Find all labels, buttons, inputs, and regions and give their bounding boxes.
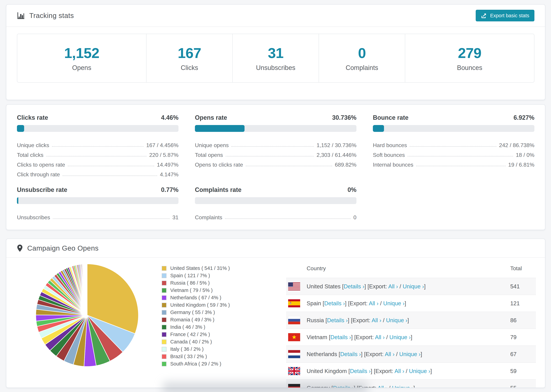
geo-country-table: Country Total United States [Details ›] … [286, 263, 536, 388]
geo-card-header: Campaign Geo Opens [6, 239, 545, 258]
separator-text: / [379, 300, 383, 307]
rate-detail-row: Opens to clicks rate689.82% [195, 158, 356, 168]
details-link[interactable]: Details › [340, 351, 361, 357]
stat-value: 1,152 [64, 45, 99, 61]
country-name: United Kingdom [ [307, 368, 350, 374]
total-column-header: Total [510, 265, 536, 272]
rate-panel-clicks-rate: Clicks rate4.46%Unique clicks167 / 4.456… [17, 114, 178, 178]
rate-detail-label: Total clicks [17, 152, 43, 158]
dotted-leader [226, 156, 314, 156]
legend-item-south-africa: South Africa ( 29 / 2% ) [162, 360, 230, 368]
rate-detail-label: Unsubscribes [17, 214, 50, 221]
legend-label: Spain ( 121 / 7% ) [170, 273, 210, 279]
table-row-us: United States [Details ›] [Export: All ›… [286, 278, 536, 295]
export-all-link[interactable]: All › [395, 368, 404, 374]
geo-table-rows: United States [Details ›] [Export: All ›… [286, 278, 536, 388]
rate-detail-label: Total opens [195, 152, 223, 158]
export-all-link[interactable]: All › [369, 300, 379, 307]
legend-item-germany: Germany ( 55 / 3% ) [162, 309, 230, 316]
stat-value: 31 [268, 45, 283, 61]
gb-flag-icon [288, 367, 300, 375]
legend-item-united-kingdom: United Kingdom ( 59 / 3% ) [162, 301, 230, 309]
legend-item-brazil: Brazil ( 33 / 2% ) [162, 353, 230, 360]
legend-item-united-states: United States ( 541 / 31% ) [162, 265, 230, 272]
export-unique-link[interactable]: Unique › [389, 334, 411, 340]
details-link[interactable]: Details › [350, 368, 371, 374]
legend-label: Netherlands ( 67 / 4% ) [170, 295, 221, 301]
country-name: Spain [ [307, 300, 324, 307]
dotted-leader [231, 146, 314, 147]
export-unique-link[interactable]: Unique › [386, 317, 407, 323]
rates-grid: Clicks rate4.46%Unique clicks167 / 4.456… [6, 105, 545, 230]
rate-detail-value: 220 / 5.87% [149, 152, 178, 158]
panel-title: Bounce rate [373, 114, 409, 121]
pie-slice[interactable] [87, 264, 87, 315]
table-row-es: Spain [Details ›] [Export: All › / Uniqu… [286, 295, 536, 312]
legend-swatch [162, 339, 167, 344]
export-all-link[interactable]: All › [388, 283, 398, 290]
table-row-nl: Netherlands [Details ›] [Export: All › /… [286, 345, 536, 362]
bracket-text: ] [421, 351, 422, 357]
legend-swatch [162, 288, 167, 293]
legend-swatch [162, 281, 167, 286]
bracket-text: ] [430, 368, 432, 374]
details-link[interactable]: Details › [330, 334, 351, 340]
export-all-link[interactable]: All › [375, 334, 385, 340]
export-unique-link[interactable]: Unique › [392, 385, 413, 388]
separator-text: / [404, 368, 409, 374]
details-link[interactable]: Details › [344, 283, 364, 290]
legend-swatch [162, 332, 167, 337]
total-cell: 59 [510, 368, 536, 374]
separator-text: / [381, 317, 386, 323]
export-unique-link[interactable]: Unique › [383, 300, 405, 307]
bracket-text: ] [411, 334, 412, 340]
stat-cell-bounces: 279Bounces [405, 34, 534, 82]
details-link[interactable]: Details › [327, 317, 348, 323]
stat-value: 0 [358, 45, 366, 61]
total-cell: 55 [510, 385, 536, 388]
rate-detail-value: 242 / 86.738% [499, 142, 534, 148]
panel-value: 0% [347, 186, 356, 193]
legend-label: South Africa ( 29 / 2% ) [170, 361, 221, 367]
rate-detail-value: 19 / 6.81% [508, 162, 534, 168]
progress-bar [195, 125, 356, 132]
export-all-link[interactable]: All › [372, 317, 381, 323]
export-basic-stats-button[interactable]: Export basic stats [476, 10, 534, 21]
dotted-leader [63, 175, 157, 176]
rate-detail-label: Click through rate [17, 171, 60, 178]
rate-detail-label: Clicks to opens rate [17, 162, 65, 168]
bar-chart-icon [17, 12, 25, 20]
progress-bar-fill [195, 125, 245, 132]
rate-detail-row: Soft bounces18 / 0% [373, 148, 534, 158]
geo-body: United States ( 541 / 31% )Spain ( 121 /… [6, 258, 545, 388]
export-all-link[interactable]: All › [385, 351, 395, 357]
export-all-link[interactable]: All › [377, 385, 387, 388]
legend-item-romania: Romania ( 49 / 3% ) [162, 316, 230, 323]
legend-item-france: France ( 42 / 2% ) [162, 331, 230, 338]
table-row-ru: Russia [Details ›] [Export: All › / Uniq… [286, 312, 536, 329]
bracket-text: ] [413, 385, 415, 388]
stat-cell-opens: 1,152Opens [17, 34, 146, 82]
bracket-text: ] [Export: [345, 300, 369, 307]
separator-text: / [398, 283, 403, 290]
rate-detail-label: Unique opens [195, 142, 229, 148]
legend-swatch [162, 362, 167, 366]
geo-opens-pie-chart[interactable] [34, 263, 140, 368]
dotted-leader [410, 146, 496, 147]
rate-panel-opens-rate: Opens rate30.736%Unique opens1,152 / 30.… [195, 114, 356, 178]
rate-detail-row: Unsubscribes31 [17, 211, 178, 221]
legend-label: Brazil ( 33 / 2% ) [170, 354, 207, 359]
panel-title: Complaints rate [195, 186, 241, 193]
export-unique-link[interactable]: Unique › [399, 351, 421, 357]
legend-item-spain: Spain ( 121 / 7% ) [162, 272, 230, 279]
export-unique-link[interactable]: Unique › [403, 283, 424, 290]
country-name: Netherlands [ [307, 351, 340, 357]
panel-header: Opens rate30.736% [195, 114, 356, 121]
export-unique-link[interactable]: Unique › [409, 368, 430, 374]
details-link[interactable]: Details › [324, 300, 345, 307]
panel-header: Complaints rate0% [195, 186, 356, 193]
bracket-text: ] [Export: [371, 368, 395, 374]
rates-card: Clicks rate4.46%Unique clicks167 / 4.456… [6, 104, 545, 230]
nl-flag-icon [288, 350, 300, 358]
legend-label: Romania ( 49 / 3% ) [170, 317, 214, 322]
